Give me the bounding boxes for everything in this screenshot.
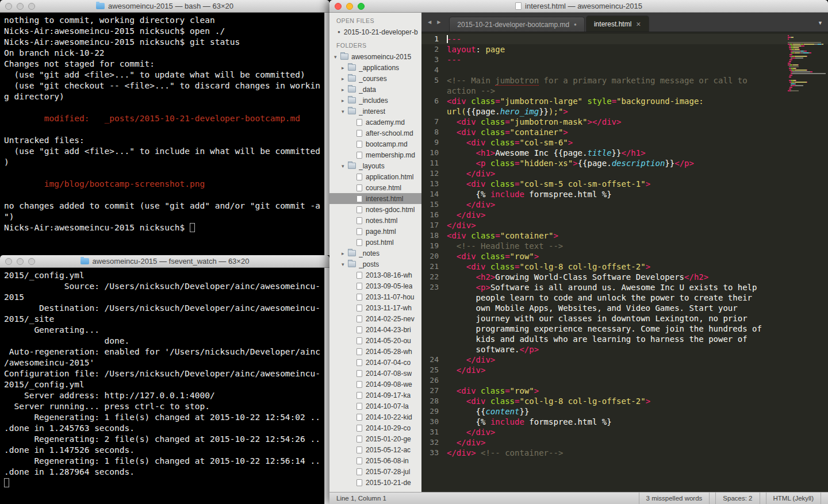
sidebar-file-2015-10-21-de[interactable]: 2015-10-21-de <box>329 477 421 488</box>
sidebar-file-2015-07-28-jul[interactable]: 2015-07-28-jul <box>329 466 421 477</box>
sidebar-file-interest.html[interactable]: interest.html <box>329 193 421 204</box>
code-text[interactable]: --- <box>447 34 769 44</box>
code-text[interactable]: layout: page <box>447 44 769 55</box>
disclosure-open-icon[interactable]: ▾ <box>334 54 340 60</box>
tab-overflow-menu-icon[interactable]: ▼ <box>818 20 823 26</box>
sidebar-file-2014-02-25-nev[interactable]: 2014-02-25-nev <box>329 313 421 324</box>
code-text[interactable]: <div class="col-lg-8 col-lg-offset-2"> <box>447 396 769 406</box>
zoom-button[interactable] <box>28 258 35 265</box>
disclosure-open-icon[interactable]: ▾ <box>342 109 348 114</box>
code-text[interactable]: </div> <!-- container--> <box>447 448 769 458</box>
minimize-button[interactable] <box>17 3 24 10</box>
terminal-titlebar[interactable]: awesomeincu-2015 — fsevent_watch — 63×20 <box>0 255 329 268</box>
disclosure-open-icon[interactable]: ▾ <box>342 163 348 169</box>
sidebar-file-notes.html[interactable]: notes.html <box>329 215 421 226</box>
code-text[interactable]: <!-- Main jumbotron for a primary market… <box>447 75 769 96</box>
code-text[interactable]: <!-- Headline text --> <box>447 241 769 251</box>
terminal-output[interactable]: nothing to commit, working directory cle… <box>0 13 329 255</box>
code-text[interactable]: <div class="container"> <box>447 127 769 137</box>
sidebar-file-application.html[interactable]: application.html <box>329 171 421 182</box>
code-text[interactable] <box>447 375 769 386</box>
sidebar-folder-awesomeincu-2015[interactable]: ▾awesomeincu-2015 <box>329 51 421 62</box>
disclosure-open-icon[interactable]: ▾ <box>342 261 348 267</box>
sidebar-file-bootcamp.md[interactable]: bootcamp.md <box>329 138 421 149</box>
terminal-titlebar[interactable]: awesomeincu-2015 — bash — 63×20 <box>0 0 329 13</box>
sidebar-folder-_layouts[interactable]: ▾_layouts <box>329 160 421 171</box>
close-button[interactable] <box>335 3 342 10</box>
sidebar-folder-_posts[interactable]: ▾_posts <box>329 259 421 270</box>
sidebar-file-2014-07-04-co[interactable]: 2014-07-04-co <box>329 357 421 368</box>
minimize-button[interactable] <box>17 258 24 265</box>
code-text[interactable]: <div class="col-sm-6"> <box>447 137 769 148</box>
sidebar-folder-_includes[interactable]: ▸_includes <box>329 95 421 106</box>
code-text[interactable]: <div class="jumbotron-large" style="back… <box>447 96 769 117</box>
sidebar-file-2014-09-17-ka[interactable]: 2014-09-17-ka <box>329 390 421 401</box>
tab-interest.html[interactable]: interest.html× <box>586 16 649 32</box>
code-text[interactable]: <div class="col-sm-5 col-sm-offset-1"> <box>447 179 769 189</box>
minimap[interactable] <box>788 35 826 492</box>
zoom-button[interactable] <box>28 3 35 10</box>
sidebar-file-academy.md[interactable]: academy.md <box>329 117 421 128</box>
code-text[interactable]: </div> <box>447 199 769 210</box>
sidebar-file-page.html[interactable]: page.html <box>329 226 421 237</box>
sidebar-file-2015-01-20-ge[interactable]: 2015-01-20-ge <box>329 433 421 444</box>
sidebar-file-2013-11-07-hou[interactable]: 2013-11-07-hou <box>329 291 421 302</box>
terminal-scrollbar[interactable] <box>324 268 329 504</box>
sidebar-file-2013-08-16-wh[interactable]: 2013-08-16-wh <box>329 270 421 280</box>
code-text[interactable]: </div> <box>447 437 769 448</box>
sidebar-file-membership.md[interactable]: membership.md <box>329 149 421 160</box>
sidebar-file-2013-11-17-wh[interactable]: 2013-11-17-wh <box>329 302 421 313</box>
code-text[interactable]: </div> <box>447 220 769 230</box>
sidebar-folder-_courses[interactable]: ▸_courses <box>329 73 421 84</box>
code-text[interactable]: <div class="row"> <box>447 386 769 396</box>
sidebar-folder-_applications[interactable]: ▸_applications <box>329 62 421 73</box>
sidebar-file-post.html[interactable]: post.html <box>329 237 421 248</box>
minimize-button[interactable] <box>346 3 353 10</box>
sidebar-file-2014-09-08-we[interactable]: 2014-09-08-we <box>329 379 421 390</box>
sidebar-file-2014-05-28-wh[interactable]: 2014-05-28-wh <box>329 346 421 357</box>
code-text[interactable]: <div class="container"> <box>447 230 769 241</box>
tab-scroll-right-icon[interactable]: ▶ <box>434 20 443 25</box>
sidebar-file-2014-10-29-co[interactable]: 2014-10-29-co <box>329 422 421 433</box>
sidebar-file-2014-07-08-sw[interactable]: 2014-07-08-sw <box>329 368 421 379</box>
code-text[interactable]: <h1>Awesome Inc {{page.title}}</h1> <box>447 148 769 158</box>
sidebar-file-2015-06-08-in[interactable]: 2015-06-08-in <box>329 455 421 466</box>
close-button[interactable] <box>5 258 12 265</box>
sidebar-file-2014-10-22-kid[interactable]: 2014-10-22-kid <box>329 411 421 422</box>
sidebar-folder-_notes[interactable]: ▸_notes <box>329 248 421 259</box>
sidebar-file-2014-10-07-la[interactable]: 2014-10-07-la <box>329 401 421 411</box>
disclosure-closed-icon[interactable]: ▸ <box>342 98 348 103</box>
sidebar-file-course.html[interactable]: course.html <box>329 182 421 193</box>
code-text[interactable]: {{content}} <box>447 406 769 417</box>
disclosure-closed-icon[interactable]: ▸ <box>342 76 348 82</box>
sidebar-folder-_data[interactable]: ▸_data <box>329 84 421 95</box>
sidebar-file-2013-09-05-lea[interactable]: 2013-09-05-lea <box>329 280 421 291</box>
code-text[interactable]: --- <box>447 55 769 65</box>
code-text[interactable]: <div class="row"> <box>447 251 769 261</box>
code-text[interactable]: <div class="jumbotron-mask"></div> <box>447 117 769 127</box>
code-text[interactable]: </div> <box>447 355 769 365</box>
code-text[interactable]: <p class="hidden-xs">{{page.description}… <box>447 158 769 168</box>
zoom-button[interactable] <box>358 3 365 10</box>
code-text[interactable]: </div> <box>447 210 769 220</box>
terminal-scrollbar[interactable] <box>324 13 329 255</box>
disclosure-closed-icon[interactable]: ▸ <box>342 87 348 93</box>
code-text[interactable]: <div class="col-lg-8 col-lg-offset-2"> <box>447 261 769 272</box>
tab-scroll-left-icon[interactable]: ◀ <box>425 20 434 25</box>
sidebar-file-2015-05-12-ac[interactable]: 2015-05-12-ac <box>329 444 421 455</box>
sidebar-file-after-school.md[interactable]: after-school.md <box>329 128 421 138</box>
disclosure-closed-icon[interactable]: ▸ <box>342 251 348 256</box>
editor-titlebar[interactable]: interest.html — awesomeincu-2015 <box>329 0 828 13</box>
code-text[interactable]: <h2>Growing World-Class Software Develop… <box>447 272 769 282</box>
code-text[interactable] <box>447 65 769 75</box>
code-text[interactable]: {% include formspree.html %} <box>447 417 769 427</box>
code-text[interactable]: </div> <box>447 427 769 437</box>
terminal-output[interactable]: 2015/_config.yml Source: /Users/nicksuch… <box>0 268 329 504</box>
tab-2015-10-21-developer-bootcamp.md[interactable]: 2015-10-21-developer-bootcamp.md● <box>449 17 585 32</box>
sidebar-file-notes-gdoc.html[interactable]: notes-gdoc.html <box>329 204 421 215</box>
tab-close-icon[interactable]: × <box>636 20 641 28</box>
syntax-selector[interactable]: HTML (Jekyll) <box>766 493 822 504</box>
open-file-item[interactable]: ●2015-10-21-developer-b <box>329 26 421 37</box>
code-text[interactable]: {% include formspree.html %} <box>447 189 769 199</box>
disclosure-closed-icon[interactable]: ▸ <box>342 65 348 71</box>
